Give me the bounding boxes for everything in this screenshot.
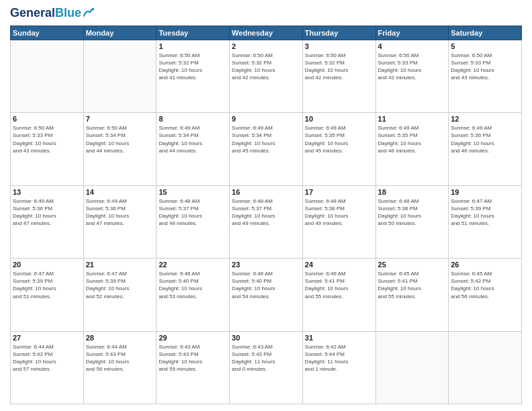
calendar-cell xyxy=(375,331,449,404)
logo-icon xyxy=(83,7,95,19)
day-number: 25 xyxy=(378,261,447,269)
day-info: Sunrise: 6:47 AM Sunset: 5:39 PM Dayligh… xyxy=(451,197,519,228)
header: GeneralBlue xyxy=(10,7,522,20)
day-info: Sunrise: 6:48 AM Sunset: 5:38 PM Dayligh… xyxy=(378,197,447,228)
calendar-table: SundayMondayTuesdayWednesdayThursdayFrid… xyxy=(10,26,522,404)
day-info: Sunrise: 6:50 AM Sunset: 5:33 PM Dayligh… xyxy=(13,124,81,154)
calendar-cell: 21Sunrise: 6:47 AM Sunset: 5:39 PM Dayli… xyxy=(83,259,157,331)
day-info: Sunrise: 6:50 AM Sunset: 5:32 PM Dayligh… xyxy=(305,52,373,82)
day-info: Sunrise: 6:45 AM Sunset: 5:41 PM Dayligh… xyxy=(378,270,447,300)
calendar-cell: 16Sunrise: 6:48 AM Sunset: 5:37 PM Dayli… xyxy=(230,185,303,258)
calendar-cell: 31Sunrise: 6:42 AM Sunset: 5:44 PM Dayli… xyxy=(302,331,375,404)
day-info: Sunrise: 6:49 AM Sunset: 5:36 PM Dayligh… xyxy=(13,197,81,228)
calendar-cell: 18Sunrise: 6:48 AM Sunset: 5:38 PM Dayli… xyxy=(375,185,449,258)
calendar-cell: 26Sunrise: 6:45 AM Sunset: 5:42 PM Dayli… xyxy=(449,259,522,331)
week-row-4: 27Sunrise: 6:44 AM Sunset: 5:42 PM Dayli… xyxy=(11,331,522,404)
day-info: Sunrise: 6:49 AM Sunset: 5:36 PM Dayligh… xyxy=(451,124,519,154)
day-number: 21 xyxy=(86,261,154,269)
calendar-cell: 11Sunrise: 6:49 AM Sunset: 5:35 PM Dayli… xyxy=(375,113,449,185)
day-info: Sunrise: 6:48 AM Sunset: 5:37 PM Dayligh… xyxy=(159,197,227,228)
day-number: 8 xyxy=(159,115,227,123)
day-number: 20 xyxy=(13,261,81,269)
calendar-cell: 27Sunrise: 6:44 AM Sunset: 5:42 PM Dayli… xyxy=(11,331,84,404)
day-info: Sunrise: 6:50 AM Sunset: 5:34 PM Dayligh… xyxy=(86,124,154,154)
calendar-cell: 22Sunrise: 6:46 AM Sunset: 5:40 PM Dayli… xyxy=(157,259,230,331)
day-number: 28 xyxy=(86,334,154,342)
day-number: 23 xyxy=(232,261,300,269)
calendar-cell: 2Sunrise: 6:50 AM Sunset: 5:32 PM Daylig… xyxy=(230,40,303,112)
weekday-header-saturday: Saturday xyxy=(449,26,522,40)
day-number: 29 xyxy=(159,334,227,342)
weekday-header-row: SundayMondayTuesdayWednesdayThursdayFrid… xyxy=(11,26,522,40)
calendar-cell xyxy=(83,40,157,112)
day-number: 6 xyxy=(13,115,81,123)
day-number: 12 xyxy=(451,115,519,123)
day-number: 3 xyxy=(305,42,373,50)
day-number: 19 xyxy=(451,188,519,196)
day-number: 17 xyxy=(305,188,373,196)
calendar-cell: 23Sunrise: 6:46 AM Sunset: 5:40 PM Dayli… xyxy=(230,259,303,331)
day-info: Sunrise: 6:44 AM Sunset: 5:43 PM Dayligh… xyxy=(86,343,154,373)
weekday-header-sunday: Sunday xyxy=(11,26,84,40)
day-info: Sunrise: 6:50 AM Sunset: 5:33 PM Dayligh… xyxy=(451,52,519,82)
day-info: Sunrise: 6:50 AM Sunset: 5:33 PM Dayligh… xyxy=(378,52,447,82)
day-number: 10 xyxy=(305,115,373,123)
day-info: Sunrise: 6:47 AM Sunset: 5:39 PM Dayligh… xyxy=(13,270,81,300)
weekday-header-tuesday: Tuesday xyxy=(157,26,230,40)
day-number: 11 xyxy=(378,115,447,123)
calendar-cell: 13Sunrise: 6:49 AM Sunset: 5:36 PM Dayli… xyxy=(11,185,84,258)
day-info: Sunrise: 6:46 AM Sunset: 5:40 PM Dayligh… xyxy=(232,270,300,300)
day-info: Sunrise: 6:48 AM Sunset: 5:38 PM Dayligh… xyxy=(305,197,373,228)
day-number: 22 xyxy=(159,261,227,269)
logo-text: GeneralBlue xyxy=(10,7,81,20)
day-number: 5 xyxy=(451,42,519,50)
day-number: 31 xyxy=(305,334,373,342)
calendar-cell xyxy=(449,331,522,404)
day-info: Sunrise: 6:48 AM Sunset: 5:37 PM Dayligh… xyxy=(232,197,300,228)
day-info: Sunrise: 6:46 AM Sunset: 5:40 PM Dayligh… xyxy=(159,270,227,300)
day-number: 2 xyxy=(232,42,300,50)
calendar-cell: 29Sunrise: 6:43 AM Sunset: 5:43 PM Dayli… xyxy=(157,331,230,404)
week-row-1: 6Sunrise: 6:50 AM Sunset: 5:33 PM Daylig… xyxy=(11,113,522,185)
calendar-cell: 24Sunrise: 6:46 AM Sunset: 5:41 PM Dayli… xyxy=(302,259,375,331)
calendar-cell: 8Sunrise: 6:49 AM Sunset: 5:34 PM Daylig… xyxy=(157,113,230,185)
day-number: 30 xyxy=(232,334,300,342)
day-number: 13 xyxy=(13,188,81,196)
weekday-header-friday: Friday xyxy=(375,26,449,40)
day-info: Sunrise: 6:49 AM Sunset: 5:36 PM Dayligh… xyxy=(86,197,154,228)
calendar-cell: 20Sunrise: 6:47 AM Sunset: 5:39 PM Dayli… xyxy=(11,259,84,331)
day-info: Sunrise: 6:49 AM Sunset: 5:35 PM Dayligh… xyxy=(378,124,447,154)
day-info: Sunrise: 6:47 AM Sunset: 5:39 PM Dayligh… xyxy=(86,270,154,300)
calendar-cell: 25Sunrise: 6:45 AM Sunset: 5:41 PM Dayli… xyxy=(375,259,449,331)
calendar-cell: 4Sunrise: 6:50 AM Sunset: 5:33 PM Daylig… xyxy=(375,40,449,112)
day-number: 26 xyxy=(451,261,519,269)
weekday-header-thursday: Thursday xyxy=(302,26,375,40)
day-info: Sunrise: 6:43 AM Sunset: 5:43 PM Dayligh… xyxy=(159,343,227,373)
calendar-cell: 10Sunrise: 6:49 AM Sunset: 5:35 PM Dayli… xyxy=(302,113,375,185)
calendar-cell: 17Sunrise: 6:48 AM Sunset: 5:38 PM Dayli… xyxy=(302,185,375,258)
weekday-header-wednesday: Wednesday xyxy=(230,26,303,40)
day-number: 27 xyxy=(13,334,81,342)
weekday-header-monday: Monday xyxy=(83,26,157,40)
day-info: Sunrise: 6:43 AM Sunset: 5:43 PM Dayligh… xyxy=(232,343,300,373)
calendar-cell: 19Sunrise: 6:47 AM Sunset: 5:39 PM Dayli… xyxy=(449,185,522,258)
calendar-cell: 7Sunrise: 6:50 AM Sunset: 5:34 PM Daylig… xyxy=(83,113,157,185)
page: GeneralBlue SundayMondayTuesdayWednesday… xyxy=(0,0,532,411)
day-number: 16 xyxy=(232,188,300,196)
logo: GeneralBlue xyxy=(10,7,95,20)
day-number: 4 xyxy=(378,42,447,50)
day-info: Sunrise: 6:44 AM Sunset: 5:42 PM Dayligh… xyxy=(13,343,81,373)
day-info: Sunrise: 6:42 AM Sunset: 5:44 PM Dayligh… xyxy=(305,343,373,373)
day-number: 14 xyxy=(86,188,154,196)
calendar-cell: 30Sunrise: 6:43 AM Sunset: 5:43 PM Dayli… xyxy=(230,331,303,404)
calendar-cell: 5Sunrise: 6:50 AM Sunset: 5:33 PM Daylig… xyxy=(449,40,522,112)
day-number: 24 xyxy=(305,261,373,269)
calendar-cell: 14Sunrise: 6:49 AM Sunset: 5:36 PM Dayli… xyxy=(83,185,157,258)
week-row-0: 1Sunrise: 6:50 AM Sunset: 5:32 PM Daylig… xyxy=(11,40,522,112)
calendar-cell: 12Sunrise: 6:49 AM Sunset: 5:36 PM Dayli… xyxy=(449,113,522,185)
day-number: 9 xyxy=(232,115,300,123)
calendar-cell: 15Sunrise: 6:48 AM Sunset: 5:37 PM Dayli… xyxy=(157,185,230,258)
day-number: 18 xyxy=(378,188,447,196)
day-info: Sunrise: 6:49 AM Sunset: 5:34 PM Dayligh… xyxy=(232,124,300,154)
calendar-cell: 28Sunrise: 6:44 AM Sunset: 5:43 PM Dayli… xyxy=(83,331,157,404)
